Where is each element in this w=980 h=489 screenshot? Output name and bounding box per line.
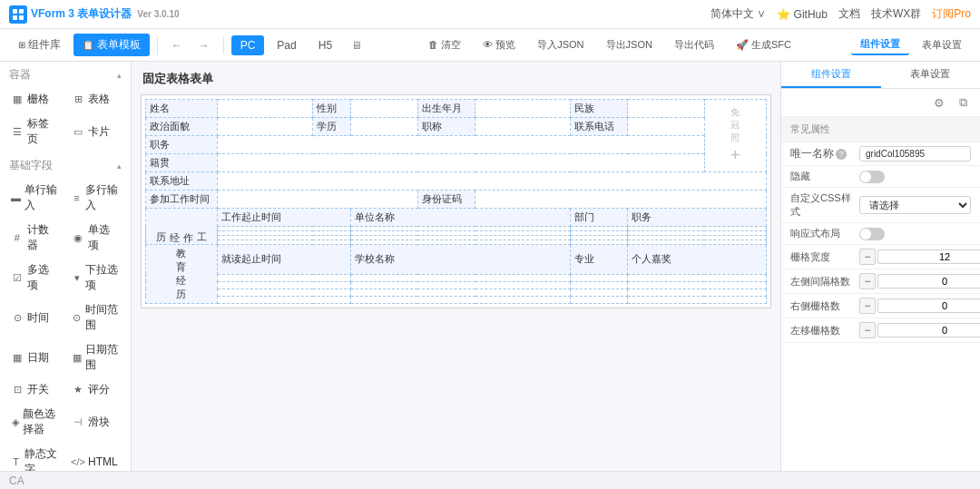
input-edu-major-1[interactable] — [571, 274, 628, 281]
sidebar-item-multi-input[interactable]: ≡ 多行输入 — [66, 179, 125, 217]
input-id[interactable] — [475, 191, 767, 209]
section-basic-fields[interactable]: 基础字段 ▴ — [0, 152, 131, 177]
input-address[interactable] — [217, 172, 766, 191]
label-nation: 民族 — [571, 100, 628, 118]
help-icon-name[interactable]: ? — [836, 149, 847, 160]
input-edu-major-4[interactable] — [571, 296, 628, 303]
center-area: 固定表格表单 姓名 性别 出生年月 民族 免冠照 + — [132, 62, 780, 471]
sidebar-item-date[interactable]: ▦ 日期 — [5, 338, 64, 377]
pro-link[interactable]: 订阅Pro — [932, 6, 971, 22]
input-edu-school-3[interactable] — [351, 289, 571, 296]
input-grid-width[interactable] — [877, 249, 980, 264]
settings-icon[interactable]: ⚙ — [929, 93, 949, 112]
sidebar-item-slider[interactable]: ⊣ 滑块 — [66, 403, 125, 441]
nav-tab-form-template[interactable]: 📋 表单模板 — [74, 34, 149, 56]
rating-icon: ★ — [72, 384, 84, 396]
copy-icon[interactable]: ⧉ — [953, 93, 973, 112]
sidebar-item-table[interactable]: ⊞ 表格 — [66, 88, 125, 111]
input-edu-award-4[interactable] — [628, 296, 767, 303]
input-edu-period-1[interactable] — [217, 274, 350, 281]
input-phone[interactable] — [628, 118, 704, 136]
sidebar-item-single-select[interactable]: ◉ 单选项 — [66, 219, 125, 257]
export-code-btn[interactable]: 导出代码 — [667, 35, 721, 54]
toggle-responsive[interactable] — [859, 228, 885, 240]
sidebar-item-html[interactable]: </> HTML — [66, 443, 125, 471]
input-work-start[interactable] — [217, 191, 417, 209]
input-edu-period-4[interactable] — [217, 296, 350, 303]
prop-grid-width: 栅格宽度 − + — [781, 245, 980, 269]
import-json-btn[interactable]: 导入JSON — [530, 35, 591, 54]
sidebar-item-single-input[interactable]: ▬ 单行输入 — [5, 179, 64, 217]
counter-icon: # — [11, 231, 24, 244]
input-native[interactable] — [217, 154, 704, 172]
left-push-minus[interactable]: − — [859, 322, 876, 338]
grid-width-minus[interactable]: − — [859, 249, 876, 265]
input-edu-school-4[interactable] — [351, 296, 571, 303]
lang-switch[interactable]: 简体中文 ∨ — [710, 6, 766, 22]
input-title[interactable] — [475, 118, 571, 136]
tab-pad[interactable]: Pad — [268, 35, 305, 55]
preview-btn[interactable]: 👁 预览 — [475, 35, 523, 54]
sidebar-item-time-range[interactable]: ⊙ 时间范围 — [66, 298, 125, 337]
gen-sfc-btn[interactable]: 🚀 生成SFC — [729, 35, 799, 54]
input-edu-school-2[interactable] — [351, 281, 571, 289]
input-left-offset[interactable] — [877, 274, 980, 289]
input-edu-period-2[interactable] — [217, 281, 350, 289]
input-birth[interactable] — [475, 100, 571, 118]
clear-btn[interactable]: 🗑 清空 — [421, 35, 468, 54]
input-unique-name[interactable] — [859, 146, 971, 161]
input-name[interactable] — [217, 100, 312, 118]
card-icon: ▭ — [72, 125, 84, 138]
input-politics[interactable] — [217, 118, 312, 136]
tab-component-settings[interactable]: 组件设置 — [781, 62, 881, 88]
section-containers[interactable]: 容器 ▴ — [0, 62, 131, 86]
form-settings-tab[interactable]: 表单设置 — [913, 35, 971, 54]
input-edu[interactable] — [351, 118, 418, 136]
input-edu-award-1[interactable] — [628, 274, 767, 281]
sidebar-item-dropdown[interactable]: ▾ 下拉选项 — [66, 259, 125, 297]
sidebar-item-color-picker[interactable]: ◈ 颜色选择器 — [5, 403, 64, 441]
tab-screen[interactable]: 🖥 — [345, 34, 368, 57]
docs-link[interactable]: 文档 — [838, 6, 860, 22]
tab-h5[interactable]: H5 — [309, 35, 341, 55]
sidebar-item-tabs[interactable]: ☰ 标签页 — [5, 112, 64, 151]
input-edu-award-2[interactable] — [628, 281, 767, 289]
input-nation[interactable] — [628, 100, 704, 118]
sidebar-item-rating[interactable]: ★ 评分 — [66, 378, 125, 401]
tech-link[interactable]: 技术WX群 — [871, 6, 921, 22]
input-gender[interactable] — [351, 100, 418, 118]
sidebar-item-multi-select[interactable]: ☑ 多选项 — [5, 259, 64, 297]
export-json-btn[interactable]: 导出JSON — [599, 35, 660, 54]
right-offset-minus[interactable]: − — [859, 298, 876, 314]
input-edu-major-3[interactable] — [571, 289, 628, 296]
sidebar-item-card[interactable]: ▭ 卡片 — [66, 112, 125, 151]
sidebar-item-counter[interactable]: # 计数器 — [5, 219, 64, 257]
toggle-hidden[interactable] — [859, 171, 885, 183]
nav-tab-component-lib[interactable]: ⊞ 组件库 — [9, 34, 70, 56]
nav-left: ⊞ 组件库 📋 表单模板 ← → PC Pad H5 🖥 — [9, 34, 368, 57]
input-edu-award-3[interactable] — [628, 289, 767, 296]
input-edu-major-2[interactable] — [571, 281, 628, 289]
input-left-push[interactable] — [877, 323, 980, 337]
input-right-offset[interactable] — [877, 298, 980, 313]
basic-fields-items: ▬ 单行输入 ≡ 多行输入 # 计数器 ◉ 单选项 ☑ 多选项 ▾ 下拉选项 — [0, 177, 131, 471]
sidebar-item-switch[interactable]: ⊡ 开关 — [5, 378, 64, 401]
input-position[interactable] — [217, 136, 704, 154]
form-canvas[interactable]: 姓名 性别 出生年月 民族 免冠照 + — [141, 94, 771, 308]
left-offset-minus[interactable]: − — [859, 273, 876, 289]
sidebar-item-grid[interactable]: ▦ 栅格 — [5, 88, 64, 111]
sidebar-item-date-range[interactable]: ▦ 日期范围 — [66, 338, 125, 377]
select-custom-css[interactable]: 请选择 — [859, 196, 971, 214]
label-title: 职称 — [417, 118, 475, 136]
sidebar-item-static-text[interactable]: T 静态文字 — [5, 443, 64, 471]
history-back-btn[interactable]: ← — [165, 34, 189, 57]
history-forward-btn[interactable]: → — [192, 34, 216, 57]
input-edu-period-3[interactable] — [217, 289, 350, 296]
component-settings-tab[interactable]: 组件设置 — [851, 34, 909, 55]
tab-pc[interactable]: PC — [231, 35, 265, 55]
sidebar-item-time[interactable]: ⊙ 时间 — [5, 298, 64, 337]
input-edu-school-1[interactable] — [351, 274, 571, 281]
photo-cell[interactable]: 免冠照 + — [704, 100, 766, 172]
github-link[interactable]: ⭐ GitHub — [777, 8, 828, 21]
tab-form-settings[interactable]: 表单设置 — [881, 62, 981, 88]
